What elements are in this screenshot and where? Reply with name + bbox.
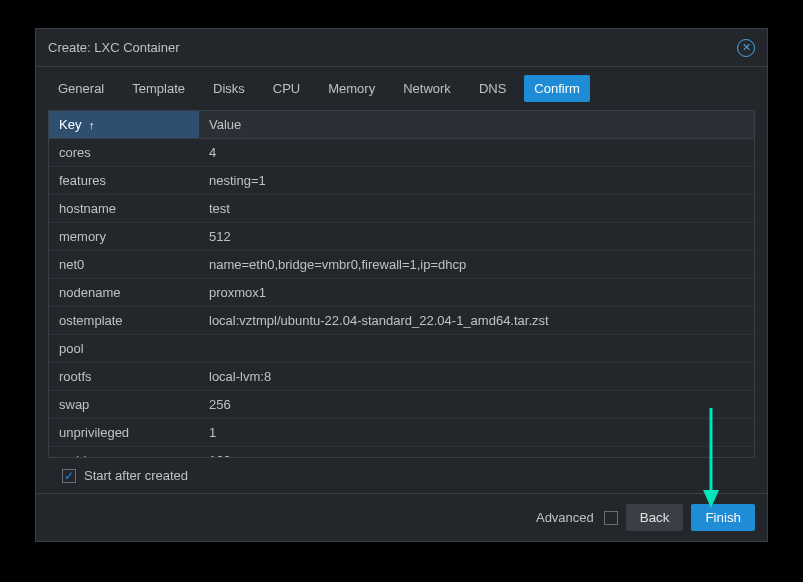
start-after-label: Start after created bbox=[84, 468, 188, 483]
table-row[interactable]: rootfslocal-lvm:8 bbox=[49, 363, 754, 391]
confirm-table: Key ↑ Value cores4featuresnesting=1hostn… bbox=[49, 111, 754, 458]
modal-header: Create: LXC Container ✕ bbox=[36, 29, 767, 67]
row-value: 1 bbox=[199, 419, 754, 447]
table-row[interactable]: hostnametest bbox=[49, 195, 754, 223]
tab-dns[interactable]: DNS bbox=[469, 75, 516, 102]
table-row[interactable]: cores4 bbox=[49, 139, 754, 167]
tab-template[interactable]: Template bbox=[122, 75, 195, 102]
row-value bbox=[199, 335, 754, 363]
row-key: memory bbox=[49, 223, 199, 251]
row-value: 256 bbox=[199, 391, 754, 419]
table-row[interactable]: nodenameproxmox1 bbox=[49, 279, 754, 307]
row-value: 100 bbox=[199, 447, 754, 459]
wizard-tabs: General Template Disks CPU Memory Networ… bbox=[36, 67, 767, 110]
tab-disks[interactable]: Disks bbox=[203, 75, 255, 102]
table-row[interactable]: swap256 bbox=[49, 391, 754, 419]
modal-content: Key ↑ Value cores4featuresnesting=1hostn… bbox=[36, 110, 767, 493]
row-key: features bbox=[49, 167, 199, 195]
tab-memory[interactable]: Memory bbox=[318, 75, 385, 102]
row-key: cores bbox=[49, 139, 199, 167]
row-key: vmid bbox=[49, 447, 199, 459]
column-header-key[interactable]: Key ↑ bbox=[49, 111, 199, 139]
tab-general[interactable]: General bbox=[48, 75, 114, 102]
row-key: ostemplate bbox=[49, 307, 199, 335]
table-row[interactable]: featuresnesting=1 bbox=[49, 167, 754, 195]
table-row[interactable]: pool bbox=[49, 335, 754, 363]
row-key: hostname bbox=[49, 195, 199, 223]
modal-title: Create: LXC Container bbox=[48, 40, 180, 55]
sort-asc-icon: ↑ bbox=[89, 119, 95, 131]
start-after-row: ✓ Start after created bbox=[48, 458, 755, 489]
column-header-value[interactable]: Value bbox=[199, 111, 754, 139]
row-key: net0 bbox=[49, 251, 199, 279]
row-key: pool bbox=[49, 335, 199, 363]
start-after-checkbox[interactable]: ✓ bbox=[62, 469, 76, 483]
table-row[interactable]: net0name=eth0,bridge=vmbr0,firewall=1,ip… bbox=[49, 251, 754, 279]
row-value: test bbox=[199, 195, 754, 223]
row-key: unprivileged bbox=[49, 419, 199, 447]
row-value: proxmox1 bbox=[199, 279, 754, 307]
table-row[interactable]: ostemplatelocal:vztmpl/ubuntu-22.04-stan… bbox=[49, 307, 754, 335]
tab-confirm[interactable]: Confirm bbox=[524, 75, 590, 102]
create-lxc-modal: Create: LXC Container ✕ General Template… bbox=[35, 28, 768, 542]
close-icon[interactable]: ✕ bbox=[737, 39, 755, 57]
back-button[interactable]: Back bbox=[626, 504, 684, 531]
row-value: 4 bbox=[199, 139, 754, 167]
table-row[interactable]: memory512 bbox=[49, 223, 754, 251]
table-row[interactable]: vmid100 bbox=[49, 447, 754, 459]
row-key: rootfs bbox=[49, 363, 199, 391]
row-key: swap bbox=[49, 391, 199, 419]
row-value: name=eth0,bridge=vmbr0,firewall=1,ip=dhc… bbox=[199, 251, 754, 279]
finish-button[interactable]: Finish bbox=[691, 504, 755, 531]
modal-footer: Advanced Back Finish bbox=[36, 493, 767, 541]
tab-network[interactable]: Network bbox=[393, 75, 461, 102]
advanced-label: Advanced bbox=[536, 510, 594, 525]
advanced-checkbox[interactable] bbox=[604, 511, 618, 525]
confirm-table-wrap: Key ↑ Value cores4featuresnesting=1hostn… bbox=[48, 110, 755, 458]
tab-cpu[interactable]: CPU bbox=[263, 75, 310, 102]
row-value: local:vztmpl/ubuntu-22.04-standard_22.04… bbox=[199, 307, 754, 335]
table-row[interactable]: unprivileged1 bbox=[49, 419, 754, 447]
row-value: 512 bbox=[199, 223, 754, 251]
row-key: nodename bbox=[49, 279, 199, 307]
row-value: local-lvm:8 bbox=[199, 363, 754, 391]
row-value: nesting=1 bbox=[199, 167, 754, 195]
